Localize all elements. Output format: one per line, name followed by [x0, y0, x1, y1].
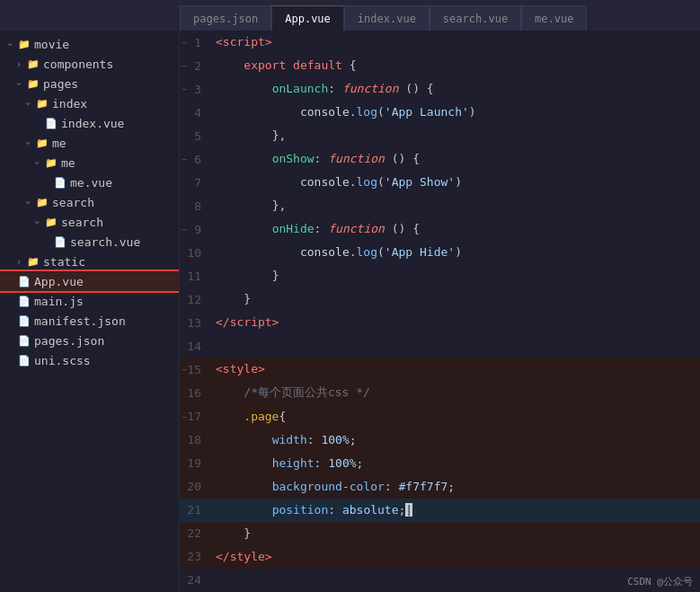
sidebar-item-pages-json[interactable]: 📄 pages.json: [0, 331, 179, 350]
code-editor[interactable]: −1 <script> −2 export default { −3 onLau…: [180, 31, 700, 592]
line-number: 11: [180, 264, 212, 287]
line-number: 7: [180, 171, 212, 194]
line-number: 24: [180, 569, 212, 592]
code-line-8: 8 },: [180, 194, 700, 217]
line-content: },: [212, 124, 700, 147]
folder-icon: 📁: [27, 57, 40, 70]
sidebar-item-search-subfolder[interactable]: 📁 search: [0, 212, 179, 232]
line-content: /*每个页面公共css */: [212, 381, 700, 404]
line-number: −6: [180, 147, 212, 171]
sidebar-item-manifest-json[interactable]: 📄 manifest.json: [0, 311, 179, 331]
code-line-5: 5 },: [180, 124, 700, 147]
file-icon: 📄: [18, 314, 31, 327]
line-number: 10: [180, 241, 212, 264]
sidebar-item-me-vue[interactable]: 📄 me.vue: [0, 172, 179, 192]
line-content: },: [212, 194, 700, 217]
arrow-icon: [16, 79, 27, 89]
line-number: −9: [180, 217, 212, 241]
line-content: <style>: [212, 358, 700, 381]
folder-icon: 📁: [45, 216, 58, 228]
line-content: console.log('App Hide'): [212, 241, 700, 264]
line-content: <script>: [212, 31, 700, 54]
line-number: 23: [180, 545, 212, 569]
line-number: 5: [180, 124, 212, 147]
code-line-14: 14: [180, 334, 700, 358]
sidebar-item-static[interactable]: 📁 static: [0, 252, 179, 271]
folder-icon: 📁: [18, 38, 31, 50]
main-layout: 📁 movie 📁 components 📁 pages 📁 index 📄 i…: [0, 31, 700, 592]
sidebar-item-index-folder[interactable]: 📁 index: [0, 93, 179, 113]
line-number: −1: [180, 31, 212, 54]
arrow-icon: [25, 99, 36, 109]
line-number: 21: [180, 499, 212, 522]
line-number: 20: [180, 475, 212, 499]
sidebar-item-search-folder[interactable]: 📁 search: [0, 192, 179, 212]
line-number: 22: [180, 522, 212, 545]
arrow-icon: [16, 59, 27, 69]
sidebar-item-uni-scss[interactable]: 📄 uni.scss: [0, 350, 179, 370]
file-icon: 📄: [54, 176, 66, 189]
code-line-7: 7 console.log('App Show'): [180, 171, 700, 194]
folder-icon: 📁: [27, 255, 40, 268]
tab-app-vue[interactable]: App.vue: [271, 5, 344, 31]
sidebar-item-label: search.vue: [70, 235, 140, 249]
arrow-icon: [34, 158, 45, 168]
tab-pages-json[interactable]: pages.json: [180, 5, 271, 31]
sidebar-item-label: search: [52, 196, 94, 209]
sidebar-item-main-js[interactable]: 📄 main.js: [0, 291, 179, 311]
sidebar-item-search-vue[interactable]: 📄 search.vue: [0, 232, 179, 252]
folder-icon: 📁: [45, 156, 58, 169]
file-icon: 📄: [18, 275, 31, 287]
file-icon: 📄: [54, 235, 66, 248]
line-content: export default {: [212, 54, 700, 77]
line-content: }: [212, 522, 700, 545]
code-line-6: −6 onShow: function () {: [180, 147, 700, 171]
code-line-12: 12 }: [180, 287, 700, 311]
line-number: 12: [180, 287, 212, 311]
code-content: −1 <script> −2 export default { −3 onLau…: [180, 31, 700, 592]
sidebar-item-label: me.vue: [70, 176, 112, 190]
code-line-2: −2 export default {: [180, 54, 700, 77]
line-content: [212, 334, 700, 358]
tab-index-vue[interactable]: index.vue: [344, 5, 430, 31]
sidebar-item-label: manifest.json: [34, 314, 126, 328]
file-icon: 📄: [45, 117, 58, 129]
file-explorer: 📁 movie 📁 components 📁 pages 📁 index 📄 i…: [0, 31, 180, 592]
line-content: }: [212, 264, 700, 287]
sidebar-item-pages[interactable]: 📁 pages: [0, 74, 179, 93]
file-icon: 📄: [18, 354, 31, 367]
arrow-icon: [25, 138, 36, 148]
sidebar-item-label: me: [52, 137, 66, 150]
tab-search-vue[interactable]: search.vue: [430, 5, 521, 31]
tab-me-vue[interactable]: me.vue: [521, 5, 587, 31]
sidebar-item-me-subfolder[interactable]: 📁 me: [0, 153, 179, 172]
sidebar-item-components[interactable]: 📁 components: [0, 54, 179, 74]
code-line-22: 22 }: [180, 522, 700, 545]
folder-icon: 📁: [27, 77, 40, 90]
line-number: 4: [180, 101, 212, 124]
sidebar-item-label: static: [43, 255, 85, 269]
line-number: 19: [180, 452, 212, 475]
code-line-4: 4 console.log('App Launch'): [180, 101, 700, 124]
line-content: console.log('App Launch'): [212, 101, 700, 124]
line-number: 18: [180, 429, 212, 452]
code-line-9: −9 onHide: function () {: [180, 217, 700, 241]
code-line-15: −15 <style>: [180, 358, 700, 381]
line-content: onLaunch: function () {: [212, 77, 700, 101]
arrow-icon: [34, 217, 45, 227]
code-line-18: 18 width: 100%;: [180, 429, 700, 452]
sidebar-item-me-folder[interactable]: 📁 me: [0, 133, 179, 153]
sidebar-item-app-vue[interactable]: 📄 App.vue: [0, 271, 179, 291]
sidebar-item-label: uni.scss: [34, 354, 91, 367]
sidebar-item-movie[interactable]: 📁 movie: [0, 34, 179, 54]
sidebar-item-index-vue[interactable]: 📄 index.vue: [0, 113, 179, 133]
watermark: CSDN @公众号: [627, 575, 693, 588]
code-line-24: 24: [180, 569, 700, 592]
code-line-1: −1 <script>: [180, 31, 700, 54]
sidebar-item-label: index.vue: [61, 117, 124, 130]
line-content: background-color: #f7f7f7;: [212, 475, 700, 499]
sidebar-item-label: App.vue: [34, 275, 84, 288]
code-line-16: 16 /*每个页面公共css */: [180, 381, 700, 404]
folder-icon: 📁: [36, 137, 49, 149]
code-line-21: 21 position: absolute;|: [180, 499, 700, 522]
